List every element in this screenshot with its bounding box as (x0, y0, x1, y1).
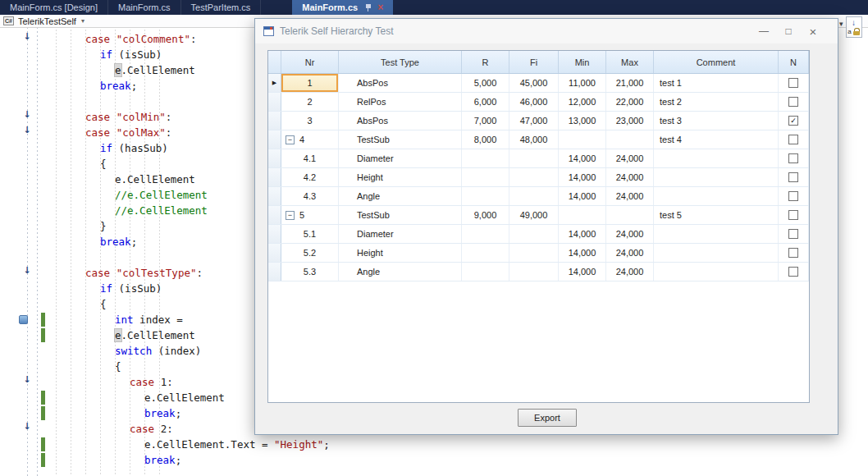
cell-nr[interactable]: 4.2 (281, 168, 339, 186)
cell-comment[interactable]: test 1 (654, 74, 779, 92)
row-checkbox[interactable] (788, 172, 798, 182)
cell-r[interactable] (462, 225, 509, 243)
cell-type[interactable]: Angle (339, 187, 462, 205)
cell-max[interactable] (606, 130, 654, 149)
row-checkbox[interactable]: ✓ (788, 116, 798, 126)
cell-max[interactable]: 24,000 (606, 149, 654, 167)
cell-fi[interactable]: 49,000 (509, 206, 559, 224)
cell-type[interactable]: Height (339, 168, 462, 186)
cell-nr[interactable]: −4 (281, 130, 339, 149)
cell-max[interactable]: 24,000 (606, 244, 654, 262)
cell-type[interactable]: Diameter (339, 149, 462, 167)
cell-fi[interactable]: 45,000 (509, 74, 559, 92)
cell-comment[interactable] (654, 263, 779, 281)
column-header-comment[interactable]: Comment (654, 51, 779, 73)
cell-min[interactable]: 14,000 (559, 187, 606, 205)
column-header-r[interactable]: R (462, 51, 509, 73)
maximize-button[interactable]: □ (776, 19, 801, 43)
pin-icon[interactable] (365, 3, 372, 12)
cell-min[interactable]: 13,000 (559, 112, 606, 130)
cell-comment[interactable]: test 3 (654, 112, 779, 130)
column-header-max[interactable]: Max (606, 51, 654, 73)
cell-r[interactable]: 8,000 (462, 130, 509, 149)
cell-comment[interactable]: test 2 (654, 93, 779, 111)
cell-nr[interactable]: 4.3 (281, 187, 339, 205)
tab-mainform-cs[interactable]: MainForm.cs× (292, 0, 393, 15)
export-button[interactable]: Export (518, 409, 577, 427)
close-icon[interactable]: × (377, 3, 383, 11)
cell-n[interactable] (779, 93, 809, 111)
cell-fi[interactable] (509, 168, 559, 186)
column-header-fi[interactable]: Fi (509, 51, 559, 73)
row-checkbox[interactable] (788, 210, 798, 220)
cell-fi[interactable] (509, 263, 559, 281)
collapse-icon[interactable]: − (286, 135, 295, 144)
cell-n[interactable] (779, 74, 809, 92)
cell-min[interactable]: 11,000 (559, 74, 606, 92)
cell-type[interactable]: RelPos (339, 93, 462, 111)
cell-r[interactable]: 5,000 (462, 74, 509, 92)
cell-min[interactable]: 12,000 (559, 93, 606, 111)
scroll-down-icon[interactable]: ↓ (852, 19, 856, 27)
cell-min[interactable]: 14,000 (559, 263, 606, 281)
cell-comment[interactable] (654, 244, 779, 262)
row-checkbox[interactable] (788, 135, 798, 144)
cell-n[interactable] (779, 263, 809, 281)
collapse-icon[interactable]: − (286, 211, 295, 220)
cell-nr[interactable]: −5 (281, 206, 339, 224)
cell-comment[interactable]: test 5 (654, 206, 779, 224)
cell-nr[interactable]: 3 (281, 112, 339, 130)
cell-type[interactable]: AbsPos (339, 74, 462, 92)
column-header-min[interactable]: Min (559, 51, 606, 73)
cell-n[interactable] (779, 187, 809, 205)
cell-fi[interactable] (509, 149, 559, 167)
cell-r[interactable]: 9,000 (462, 206, 509, 224)
column-header-type[interactable]: Test Type (339, 51, 462, 73)
row-checkbox[interactable] (788, 97, 798, 107)
cell-r[interactable] (462, 187, 509, 205)
cell-r[interactable] (462, 149, 509, 167)
cell-fi[interactable] (509, 244, 559, 262)
cell-r[interactable] (462, 168, 509, 186)
cell-nr[interactable]: 5.1 (281, 225, 339, 243)
cell-r[interactable]: 7,000 (462, 112, 509, 130)
cell-min[interactable] (559, 130, 606, 149)
cell-comment[interactable]: test 4 (654, 130, 779, 149)
cell-n[interactable] (779, 206, 809, 224)
row-checkbox[interactable] (788, 78, 798, 88)
cell-min[interactable]: 14,000 (559, 149, 606, 167)
row-checkbox[interactable] (788, 229, 798, 239)
chevron-down-icon[interactable]: ▾ (81, 17, 85, 25)
cell-comment[interactable] (654, 149, 779, 167)
cell-min[interactable] (559, 206, 606, 224)
tab-mainform-cs[interactable]: MainForm.cs (108, 0, 181, 15)
close-button[interactable]: × (801, 19, 825, 43)
row-checkbox[interactable] (788, 191, 798, 201)
cell-max[interactable]: 24,000 (606, 168, 654, 186)
cell-nr[interactable]: 1 (281, 74, 339, 92)
cell-max[interactable]: 24,000 (606, 263, 654, 281)
cell-n[interactable] (779, 130, 809, 149)
cell-min[interactable]: 14,000 (559, 225, 606, 243)
tab-mainform-cs-design-[interactable]: MainForm.cs [Design] (0, 0, 108, 15)
cell-type[interactable]: TestSub (339, 206, 462, 224)
cell-max[interactable]: 22,000 (606, 93, 654, 111)
cell-nr[interactable]: 2 (281, 93, 339, 111)
cell-n[interactable] (779, 225, 809, 243)
cell-max[interactable]: 21,000 (606, 74, 654, 92)
cell-type[interactable]: Height (339, 244, 462, 262)
chevron-down-icon[interactable]: ▾ (839, 20, 843, 38)
cell-n[interactable] (779, 168, 809, 186)
cell-fi[interactable] (509, 187, 559, 205)
cell-type[interactable]: AbsPos (339, 112, 462, 130)
cell-comment[interactable] (654, 168, 779, 186)
cell-fi[interactable]: 48,000 (509, 130, 559, 149)
row-checkbox[interactable] (788, 153, 798, 163)
cell-max[interactable] (606, 206, 654, 224)
cell-max[interactable]: 24,000 (606, 187, 654, 205)
column-header-nr[interactable]: Nr (281, 51, 339, 73)
cell-n[interactable] (779, 244, 809, 262)
cell-fi[interactable]: 46,000 (509, 93, 559, 111)
row-checkbox[interactable] (788, 248, 798, 258)
cell-type[interactable]: TestSub (339, 130, 462, 149)
